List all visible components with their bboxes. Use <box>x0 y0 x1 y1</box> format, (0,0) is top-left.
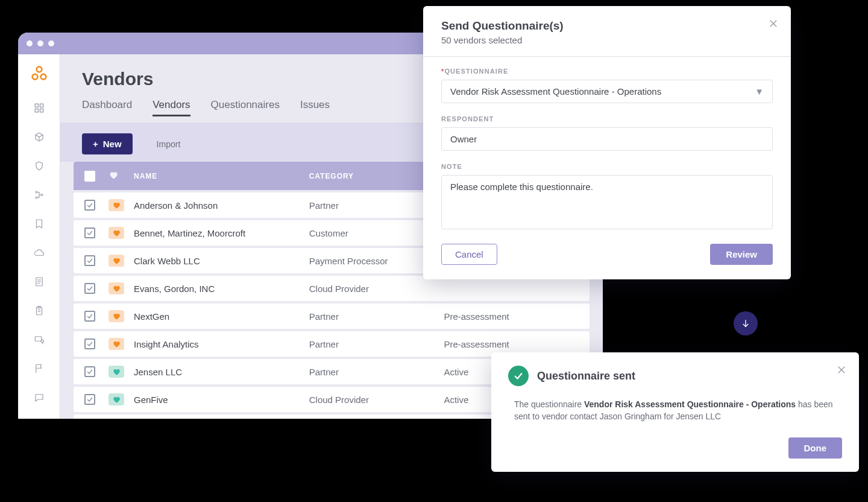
respondent-input[interactable]: Owner <box>441 127 773 151</box>
import-button[interactable]: Import <box>157 139 181 149</box>
row-checkbox[interactable] <box>84 255 95 266</box>
vendor-name: Evans, Gordon, INC <box>134 284 309 294</box>
row-checkbox[interactable] <box>84 311 95 322</box>
success-check-icon <box>508 366 529 386</box>
send-questionnaire-modal: Send Questionnaire(s) 50 vendors selecte… <box>423 6 791 279</box>
note-label: NOTE <box>441 163 773 170</box>
svg-rect-4 <box>40 104 43 107</box>
vendor-category: Cloud Provider <box>309 284 444 294</box>
respondent-label: RESPONDENT <box>441 115 773 122</box>
app-logo-icon <box>31 65 48 84</box>
vendor-name: Bennet, Martinez, Moorcroft <box>134 228 309 238</box>
svg-point-9 <box>41 194 43 196</box>
chat-icon[interactable] <box>34 392 45 403</box>
sent-toast: Questionnaire sent The questionnaire Ven… <box>491 352 859 472</box>
vendor-category: Partner <box>309 367 444 377</box>
row-checkbox[interactable] <box>84 227 95 238</box>
close-icon[interactable] <box>768 18 779 31</box>
toast-body: The questionnaire Vendor Risk Assessment… <box>508 398 842 423</box>
vendor-status: Pre-assessment <box>444 339 579 349</box>
row-checkbox[interactable] <box>84 283 95 294</box>
heart-icon <box>108 170 118 182</box>
vendor-name: Anderson & Johnson <box>134 200 309 211</box>
health-heart-icon <box>108 393 124 405</box>
health-heart-icon <box>108 199 124 211</box>
row-checkbox[interactable] <box>84 338 95 349</box>
cloud-icon[interactable] <box>34 247 45 258</box>
questionnaire-select[interactable]: Vendor Risk Assessment Questionnaire - O… <box>441 80 773 103</box>
shield-icon[interactable] <box>34 160 45 171</box>
cancel-button[interactable]: Cancel <box>441 244 497 265</box>
col-name: NAME <box>134 172 309 180</box>
flow-arrow-icon <box>734 311 758 335</box>
window-dot <box>48 40 54 46</box>
tree-icon[interactable] <box>34 189 45 200</box>
svg-point-7 <box>36 191 37 193</box>
vendor-name: Jensen LLC <box>134 367 309 377</box>
svg-point-2 <box>40 74 46 80</box>
health-heart-icon <box>108 310 124 322</box>
box-icon[interactable] <box>34 132 45 142</box>
toast-title: Questionnaire sent <box>537 370 635 383</box>
dashboard-icon[interactable] <box>34 103 45 113</box>
svg-point-8 <box>36 197 37 199</box>
vendor-category: Partner <box>309 311 444 322</box>
svg-rect-3 <box>35 104 38 107</box>
row-checkbox[interactable] <box>84 200 95 211</box>
svg-rect-6 <box>40 109 43 112</box>
doc-icon[interactable] <box>34 276 45 287</box>
table-row[interactable]: Evans, Gordon, INCCloud Provider <box>74 276 590 301</box>
select-all-checkbox[interactable] <box>84 171 95 182</box>
modal-title: Send Questionnaire(s) <box>441 19 773 33</box>
tab-dashboard[interactable]: Dashboard <box>82 99 132 116</box>
row-checkbox[interactable] <box>84 366 95 377</box>
plus-icon: + <box>93 139 98 149</box>
questionnaire-label: *QUESTIONNAIRE <box>441 68 773 75</box>
modal-subtitle: 50 vendors selected <box>441 35 773 45</box>
review-button[interactable]: Review <box>710 244 773 265</box>
flag-icon[interactable] <box>34 363 45 374</box>
svg-rect-5 <box>35 109 38 112</box>
vendor-category: Cloud Provider <box>309 395 444 405</box>
close-icon[interactable] <box>836 364 847 378</box>
vendor-status: Pre-assessment <box>444 311 579 322</box>
health-heart-icon <box>108 282 124 294</box>
window-dot <box>27 40 33 46</box>
table-row[interactable]: NextGenPartnerPre-assessment <box>74 303 590 329</box>
health-heart-icon <box>108 255 124 267</box>
svg-rect-18 <box>35 337 42 342</box>
clipboard-icon[interactable] <box>34 305 45 316</box>
vendor-name: GenFive <box>134 395 309 405</box>
chevron-down-icon: ▼ <box>755 86 764 97</box>
health-heart-icon <box>108 366 124 378</box>
tab-vendors[interactable]: Vendors <box>153 99 190 116</box>
svg-point-1 <box>32 74 37 80</box>
new-button[interactable]: + New <box>82 133 133 154</box>
vendor-name: Clark Webb LLC <box>134 256 309 266</box>
svg-point-0 <box>36 67 42 72</box>
window-dot <box>37 40 43 46</box>
row-checkbox[interactable] <box>84 394 95 405</box>
sidebar-nav <box>18 54 60 419</box>
cert-icon[interactable] <box>34 334 45 345</box>
health-heart-icon <box>108 338 124 350</box>
tab-questionnaires[interactable]: Questionnaires <box>211 99 280 116</box>
note-textarea[interactable] <box>441 175 773 229</box>
bookmark-icon[interactable] <box>34 218 45 229</box>
vendor-name: NextGen <box>134 311 309 322</box>
done-button[interactable]: Done <box>788 437 843 459</box>
vendor-name: Insight Analytics <box>134 339 309 349</box>
tab-issues[interactable]: Issues <box>300 99 330 116</box>
vendor-category: Partner <box>309 339 444 349</box>
health-heart-icon <box>108 227 124 239</box>
